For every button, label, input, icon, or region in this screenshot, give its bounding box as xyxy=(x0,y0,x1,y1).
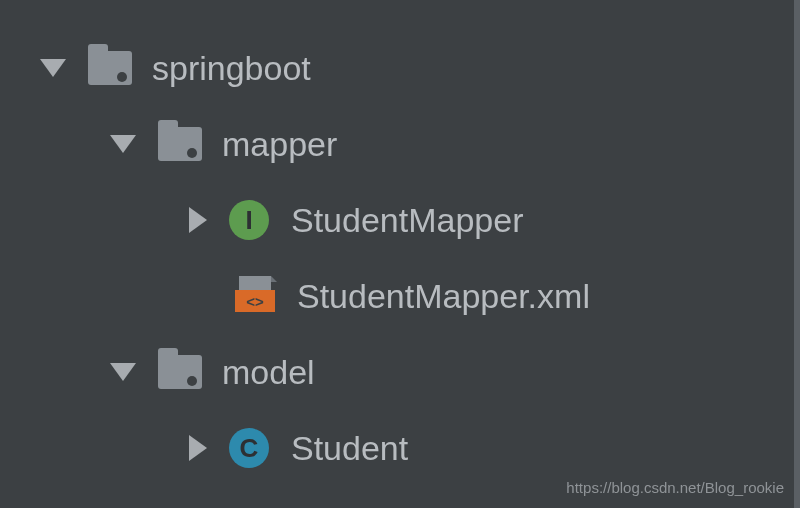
folder-icon xyxy=(158,127,202,161)
chevron-down-icon[interactable] xyxy=(110,363,136,381)
tree-row[interactable]: I StudentMapper xyxy=(40,182,794,258)
folder-icon xyxy=(158,355,202,389)
folder-label: model xyxy=(222,353,315,392)
folder-label: mapper xyxy=(222,125,337,164)
tree-row[interactable]: springboot xyxy=(40,30,794,106)
interface-letter: I xyxy=(245,205,252,236)
file-label: StudentMapper.xml xyxy=(297,277,590,316)
chevron-right-icon[interactable] xyxy=(189,435,207,461)
chevron-right-icon[interactable] xyxy=(189,207,207,233)
class-icon: C xyxy=(229,428,269,468)
interface-icon: I xyxy=(229,200,269,240)
file-label: Student xyxy=(291,429,408,468)
xml-bracket-label: <> xyxy=(235,290,275,312)
arrow-spacer xyxy=(185,283,213,309)
chevron-down-icon[interactable] xyxy=(40,59,66,77)
tree-row[interactable]: C Student xyxy=(40,410,794,486)
watermark: https://blog.csdn.net/Blog_rookie xyxy=(566,479,784,496)
tree-row[interactable]: <> StudentMapper.xml xyxy=(40,258,794,334)
xml-file-icon: <> xyxy=(235,276,275,316)
tree-row[interactable]: model xyxy=(40,334,794,410)
folder-label: springboot xyxy=(152,49,311,88)
file-tree: springboot mapper I StudentMapper <> Stu… xyxy=(0,0,800,508)
chevron-down-icon[interactable] xyxy=(110,135,136,153)
tree-row[interactable]: mapper xyxy=(40,106,794,182)
folder-icon xyxy=(88,51,132,85)
class-letter: C xyxy=(240,433,259,464)
file-label: StudentMapper xyxy=(291,201,524,240)
